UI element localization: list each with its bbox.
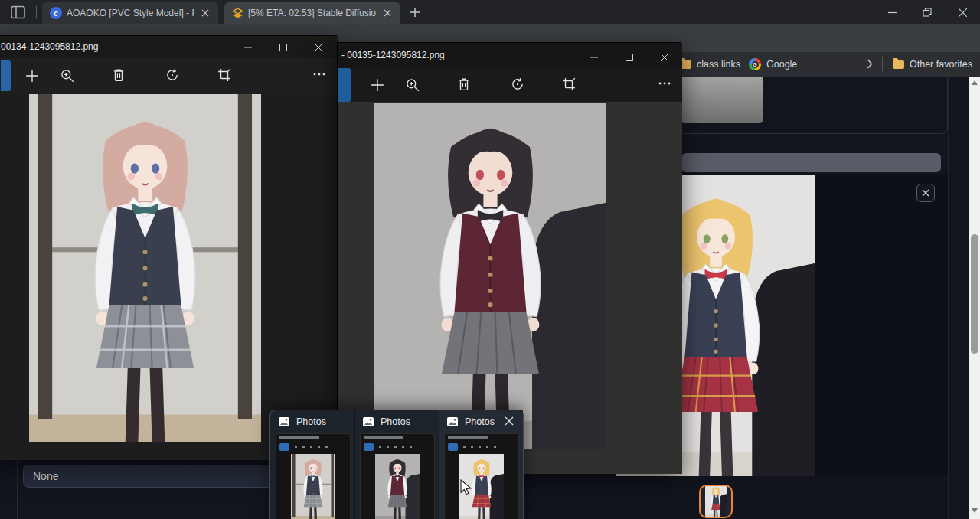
mini-titlebar-text [364,436,403,439]
delete-icon[interactable] [457,77,471,91]
photos-toolbar [0,58,338,94]
webui-progress-bar [681,153,941,172]
rotate-icon[interactable] [165,68,179,82]
lightbox-close-button[interactable] [916,184,935,202]
preview-app-label: Photos [381,416,410,427]
tab-actions-menu-icon[interactable] [11,5,26,19]
photos-titlebar[interactable]: 00134-1243095812.png [0,36,338,58]
tab-label: [5% ETA: 02:53] Stable Diffusion [248,8,376,18]
photos-app-icon [446,416,459,427]
photos-menu-accent[interactable] [338,68,351,102]
photos-canvas [0,94,338,460]
mini-accent [279,443,289,451]
preview-close-icon[interactable] [505,416,514,426]
tab-label: AOAOKO [PVC Style Model] - PV [67,8,194,18]
zoom-icon[interactable] [406,78,420,92]
photos-menu-accent[interactable] [1,60,11,91]
favorite-label: Google [766,59,797,70]
crop-icon[interactable] [562,77,576,91]
photo-image-00135[interactable] [374,103,606,449]
mini-window-preview[interactable] [360,433,435,519]
maximize-button[interactable] [266,36,301,58]
browser-tab-civitai[interactable]: c AOAOKO [PVC Style Model] - PV [42,2,218,24]
photos-window-front[interactable]: - 00135-1243095812.png [337,42,681,473]
scrollbar-down-arrow[interactable] [972,508,978,513]
zoom-icon[interactable] [60,69,74,83]
scrollbar-thumb[interactable] [971,234,978,354]
mini-accent [448,443,458,451]
mini-toolbar-icons [463,446,497,448]
minimize-button[interactable] [230,36,266,58]
delete-icon[interactable] [112,68,126,82]
dropdown-value: None [33,470,58,482]
window-title: - 00135-1243095812.png [341,50,556,60]
add-icon[interactable] [25,69,39,83]
scrollbar[interactable] [969,77,980,519]
taskbar-preview-popup: Photos Photos [270,410,524,519]
preview-app-label: Photos [296,416,326,427]
browser-close-button[interactable] [952,2,973,23]
scrollbar-up-arrow[interactable] [972,80,978,85]
webui-light-box [681,77,763,123]
see-more-icon[interactable] [658,82,671,85]
photos-window-back[interactable]: 00134-1243095812.png [0,35,337,459]
favorite-label: class links [697,59,740,70]
add-icon[interactable] [371,78,384,92]
gradio-favicon [232,8,243,19]
taskbar-preview-card-2[interactable]: Photos [354,410,439,519]
folder-icon [893,60,904,69]
favorites-overflow-chevron-icon[interactable] [867,59,873,69]
tab-close-icon[interactable] [198,6,212,20]
mouse-cursor [460,479,472,496]
new-tab-button[interactable] [408,5,422,19]
maximize-button[interactable] [612,44,647,70]
panel-divider [948,77,949,519]
gallery-thumbnail-selected[interactable] [699,485,733,518]
browser-tab-strip: c AOAOKO [PVC Style Model] - PV [5% ETA:… [0,0,980,24]
photo-image-00134[interactable] [29,94,261,442]
browser-restore-button[interactable] [916,2,938,23]
photos-app-icon [278,416,290,427]
taskbar-preview-card-1[interactable]: Photos [270,410,354,519]
crop-icon[interactable] [217,68,231,82]
taskbar-preview-card-3[interactable]: Photos [439,410,523,519]
see-more-icon[interactable] [313,73,325,76]
favorite-label: Other favorites [910,59,972,70]
mini-window-preview[interactable] [444,433,519,519]
mini-window-preview[interactable] [276,433,351,519]
browser-tab-stable-diffusion[interactable]: [5% ETA: 02:53] Stable Diffusion [224,2,400,24]
photos-toolbar [338,68,682,102]
tab-divider [36,6,37,18]
mini-toolbar-icons [295,446,328,448]
favorites-divider [882,57,883,71]
tab-close-icon[interactable] [381,6,394,20]
civitai-favicon: c [50,7,62,19]
google-favicon: G [749,58,761,70]
desktop: c AOAOKO [PVC Style Model] - PV [5% ETA:… [0,0,980,519]
mini-accent [364,443,374,451]
mini-toolbar-icons [379,446,413,448]
preview-app-label: Photos [465,416,495,427]
mini-titlebar-text [279,436,319,439]
photos-titlebar[interactable]: - 00135-1243095812.png [338,43,682,68]
close-button[interactable] [647,44,682,70]
webui-panel-edge [17,458,18,519]
close-button[interactable] [301,36,336,58]
minimize-button[interactable] [577,44,612,70]
rotate-icon[interactable] [511,77,524,91]
mini-titlebar-text [448,436,488,439]
browser-minimize-button[interactable] [881,2,903,23]
photos-app-icon [362,416,374,427]
window-title: 00134-1243095812.png [1,41,215,52]
